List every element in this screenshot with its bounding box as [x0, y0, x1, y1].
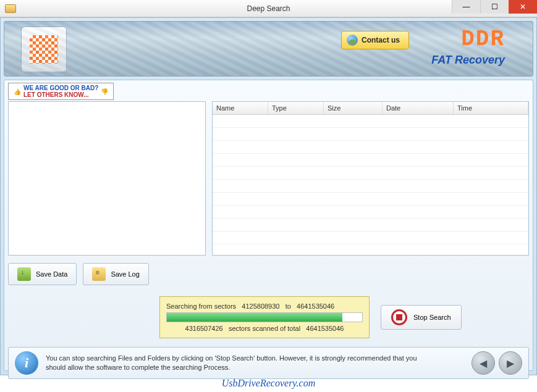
table-row: [213, 206, 528, 219]
progress-to: 4641535046: [297, 302, 334, 310]
header-banner: Contact us DDR FAT Recovery: [4, 21, 533, 77]
contact-label: Contact us: [362, 36, 400, 44]
thumbs-down-icon: 👎: [101, 88, 108, 95]
table-row: [213, 128, 528, 141]
tree-panel[interactable]: [8, 101, 206, 256]
maximize-button[interactable]: ☐: [480, 0, 509, 14]
table-row: [213, 219, 528, 231]
back-button[interactable]: ◀: [471, 351, 495, 375]
save-log-label: Save Log: [111, 270, 139, 278]
person-icon: [347, 35, 358, 46]
window-title: Deep Search: [247, 4, 290, 13]
info-icon: i: [15, 351, 38, 375]
progress-area: Searching from sectors 4125808930 to 464…: [8, 296, 529, 338]
footer-link[interactable]: UsbDriveRecovery.com: [0, 378, 537, 389]
forward-button[interactable]: ▶: [499, 351, 522, 375]
minimize-button[interactable]: —: [452, 0, 480, 14]
logo-box: [21, 27, 67, 72]
progress-scanned: 4316507426: [185, 325, 223, 332]
brand-subtitle: FAT Recovery: [431, 54, 505, 67]
progress-to-word: to: [285, 302, 291, 310]
thumbs-up-icon: 👍: [14, 88, 21, 95]
logo-icon: [30, 35, 58, 64]
col-date[interactable]: Date: [383, 102, 454, 114]
progress-bar: [166, 312, 363, 322]
stop-label: Stop Search: [413, 314, 451, 321]
hint-text: You can stop searching Files and Folders…: [46, 354, 429, 372]
brand-name: DDR: [461, 27, 505, 52]
progress-total: 4641535046: [306, 325, 344, 332]
col-size[interactable]: Size: [324, 102, 383, 114]
table-row: [213, 141, 528, 154]
save-data-icon: [17, 267, 31, 281]
close-button[interactable]: ✕: [509, 0, 537, 14]
feedback-line1: WE ARE GOOD OR BAD?: [23, 85, 98, 91]
results-grid[interactable]: Name Type Size Date Time: [212, 101, 529, 256]
stop-search-button[interactable]: Stop Search: [381, 305, 462, 330]
stop-icon: [391, 309, 407, 325]
app-icon: [5, 4, 16, 13]
table-row: [213, 167, 528, 180]
feedback-link[interactable]: 👍 WE ARE GOOD OR BAD? LET OTHERS KNOW...…: [8, 83, 114, 100]
feedback-line2: LET OTHERS KNOW...: [23, 91, 98, 98]
action-buttons: Save Data Save Log: [8, 263, 529, 285]
window-controls: — ☐ ✕: [452, 0, 537, 14]
save-log-button[interactable]: Save Log: [83, 263, 148, 285]
content-panel: 👍 WE ARE GOOD OR BAD? LET OTHERS KNOW...…: [4, 80, 533, 371]
window-body: Contact us DDR FAT Recovery 👍 WE ARE GOO…: [0, 17, 537, 375]
progress-mid: sectors scanned of total: [229, 325, 300, 332]
save-data-label: Save Data: [36, 270, 67, 278]
col-type[interactable]: Type: [268, 102, 324, 114]
col-name[interactable]: Name: [213, 102, 268, 114]
col-time[interactable]: Time: [454, 102, 528, 114]
grid-rows: [213, 115, 528, 255]
titlebar[interactable]: Deep Search — ☐ ✕: [0, 0, 537, 17]
save-data-button[interactable]: Save Data: [8, 263, 77, 285]
table-row: [213, 115, 528, 128]
save-log-icon: [92, 267, 106, 281]
table-row: [213, 231, 528, 244]
footer-hint: i You can stop searching Files and Folde…: [8, 347, 529, 379]
progress-box: Searching from sectors 4125808930 to 464…: [159, 296, 370, 338]
table-row: [213, 154, 528, 167]
table-row: [213, 180, 528, 193]
grid-header: Name Type Size Date Time: [213, 102, 528, 115]
progress-from: 4125808930: [242, 302, 279, 310]
progress-prefix: Searching from sectors: [166, 302, 236, 310]
table-row: [213, 193, 528, 206]
progress-bar-fill: [167, 313, 342, 322]
contact-us-button[interactable]: Contact us: [341, 31, 409, 49]
